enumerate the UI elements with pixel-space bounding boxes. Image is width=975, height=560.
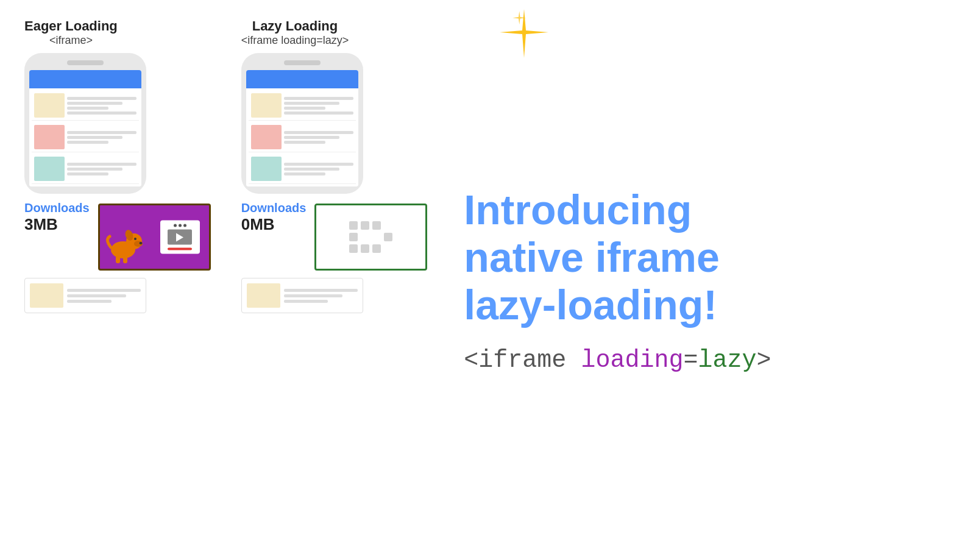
extra-card-lines: [67, 283, 141, 308]
line: [284, 172, 325, 175]
line: [67, 289, 141, 292]
eager-content: [29, 88, 141, 186]
line: [67, 172, 108, 175]
eager-topbar: [29, 70, 141, 88]
line: [284, 294, 343, 297]
eager-phone: [24, 53, 146, 194]
extra-card-img: [30, 283, 63, 308]
card3-lines: [67, 157, 136, 181]
dot: [183, 224, 186, 227]
sp: [349, 244, 358, 253]
lazy-subtitle: <iframe loading=lazy>: [241, 34, 349, 47]
sp: [384, 244, 392, 253]
sp: [349, 221, 358, 230]
sp: [384, 233, 392, 241]
code-loading-keyword: loading: [581, 347, 683, 374]
card1-lines: [67, 93, 136, 118]
code-prefix: <iframe: [464, 347, 581, 374]
sp: [349, 233, 358, 241]
line: [67, 107, 108, 110]
line: [67, 131, 136, 134]
right-side: Introducing native iframe lazy-loading! …: [427, 18, 951, 542]
phone-notch-eager: [67, 60, 104, 65]
loading-pattern: [349, 221, 392, 253]
video-icon-box: [160, 221, 200, 254]
sp: [384, 221, 392, 230]
eager-extra-card: [24, 278, 146, 313]
line: [284, 300, 328, 303]
phones-row: Eager Loading <iframe>: [24, 18, 427, 542]
line: [284, 107, 325, 110]
line: [67, 294, 126, 297]
sparkle-icon: [500, 9, 548, 58]
line: [284, 112, 353, 115]
lazy-topbar: [246, 70, 358, 88]
line: [67, 112, 136, 115]
lazy-card3-lines: [284, 157, 353, 181]
sp: [361, 221, 369, 230]
lazy-card-2: [249, 122, 356, 152]
line: [67, 168, 122, 171]
sp: [372, 244, 381, 253]
phone-notch-lazy: [284, 60, 321, 65]
lazy-card1-img: [251, 93, 282, 118]
code-lazy-keyword: lazy: [698, 347, 756, 374]
sp: [372, 221, 381, 230]
video-dots: [174, 224, 186, 227]
eager-iframe-preview: [98, 204, 211, 271]
svg-point-7: [139, 242, 142, 244]
line: [67, 300, 112, 303]
dot: [179, 224, 182, 227]
card2-lines: [67, 125, 136, 149]
lazy-column: Lazy Loading <iframe loading=lazy>: [241, 18, 428, 313]
eager-card-1: [32, 91, 139, 121]
line: [67, 163, 136, 166]
line: [284, 168, 339, 171]
lazy-content: [246, 88, 358, 186]
lazy-label: Lazy Loading <iframe loading=lazy>: [241, 18, 349, 47]
line: [284, 141, 325, 144]
eager-screen: [29, 70, 141, 186]
dog-icon: [105, 224, 144, 264]
code-snippet: <iframe loading=lazy>: [464, 347, 951, 374]
lazy-card-1: [249, 91, 356, 121]
line: [67, 141, 108, 144]
eager-downloads-label: Downloads: [24, 201, 90, 215]
lazy-card-3: [249, 154, 356, 184]
line: [284, 136, 339, 139]
svg-rect-9: [123, 256, 127, 263]
svg-marker-0: [500, 9, 548, 58]
eager-downloads-amount: 3MB: [24, 215, 90, 234]
line: [67, 97, 136, 100]
video-play-area: [168, 230, 192, 245]
line: [284, 163, 353, 166]
eager-column: Eager Loading <iframe>: [24, 18, 211, 313]
sp: [361, 233, 369, 241]
card1-img: [34, 93, 65, 118]
lazy-card1-lines: [284, 93, 353, 118]
card3-img: [34, 157, 65, 181]
line: [284, 289, 358, 292]
line: [67, 136, 122, 139]
lazy-extra-card-lines: [284, 283, 358, 308]
eager-card-3: [32, 154, 139, 184]
lazy-screen: [246, 70, 358, 186]
svg-point-6: [134, 238, 136, 240]
intro-line3: lazy-loading!: [464, 282, 717, 328]
lazy-phone: [241, 53, 363, 194]
eager-card-2: [32, 122, 139, 152]
code-equals: =: [683, 347, 698, 374]
lazy-card2-img: [251, 125, 282, 149]
sp: [361, 244, 369, 253]
sp: [372, 233, 381, 241]
line: [284, 131, 353, 134]
eager-downloads-info: Downloads 3MB: [24, 201, 90, 234]
intro-line2: native iframe: [464, 234, 720, 280]
lazy-title: Lazy Loading: [241, 18, 349, 34]
eager-title: Eager Loading: [24, 18, 118, 34]
line: [284, 102, 339, 105]
lazy-downloads-info: Downloads 0MB: [241, 201, 307, 234]
play-triangle: [176, 233, 183, 241]
lazy-downloads-label: Downloads: [241, 201, 307, 215]
lazy-extra-card-img: [247, 283, 280, 308]
